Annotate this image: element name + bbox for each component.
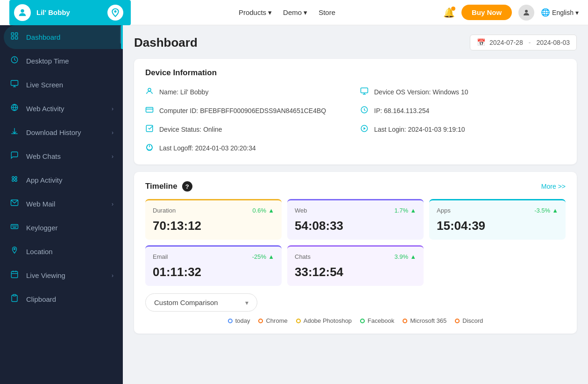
apps-icon xyxy=(9,175,20,185)
svg-point-0 xyxy=(21,9,24,12)
sidebar-item-download-history[interactable]: Download History › xyxy=(0,121,123,144)
sidebar-item-web-mail[interactable]: Web Mail › xyxy=(0,192,123,216)
keyboard-icon xyxy=(9,222,20,233)
sidebar-label-web-activity: Web Activity xyxy=(26,105,105,113)
svg-rect-3 xyxy=(11,33,14,35)
store-nav[interactable]: Store xyxy=(319,8,335,16)
help-icon[interactable]: ? xyxy=(182,181,192,192)
stat-email-value: 01:11:32 xyxy=(153,265,274,279)
stat-empty xyxy=(429,245,566,286)
stat-web: Web 1.7% ▲ 54:08:33 xyxy=(287,199,424,240)
sidebar-label-live-viewing: Live Viewing xyxy=(26,271,105,279)
chevron-right-icon: › xyxy=(112,129,113,136)
sidebar-label-download-history: Download History xyxy=(26,128,105,136)
stat-duration: Duration 0.6% ▲ 70:13:12 xyxy=(145,199,282,240)
svg-point-13 xyxy=(12,177,14,179)
person-icon xyxy=(145,87,155,97)
sidebar-label-location: Location xyxy=(26,248,113,256)
svg-rect-34 xyxy=(146,107,153,113)
legend-dot-facebook xyxy=(360,319,365,323)
sidebar: Dashboard Desktop Time Live Screen Web A… xyxy=(0,25,123,384)
svg-rect-18 xyxy=(11,225,18,229)
monitor-icon xyxy=(360,87,369,97)
location-icon xyxy=(9,246,20,257)
timeline-card: Timeline ? More >> Duration 0.6% ▲ 70:13… xyxy=(134,172,577,334)
last-login-item: Last Login: 2024-01-03 9:19:10 xyxy=(360,122,566,136)
svg-point-2 xyxy=(525,10,528,13)
stat-chats-pct: 3.9% ▲ xyxy=(394,253,416,260)
sidebar-item-app-activity[interactable]: App Activity xyxy=(0,168,123,192)
buy-now-button[interactable]: Buy Now xyxy=(461,5,512,20)
sidebar-item-clipboard[interactable]: Clipboard xyxy=(0,287,123,311)
device-status-value: Device Status: Online xyxy=(159,126,222,133)
dashboard-icon xyxy=(9,32,20,43)
sidebar-item-keylogger[interactable]: Keylogger xyxy=(0,216,123,240)
last-logoff-value: Last Logoff: 2024-01-03 20:20:34 xyxy=(159,144,256,152)
sidebar-item-web-chats[interactable]: Web Chats › xyxy=(0,144,123,168)
stat-apps-pct: -3.5% ▲ xyxy=(534,207,558,214)
clock-icon xyxy=(9,56,20,66)
legend-label-facebook: Facebook xyxy=(368,317,394,324)
legend-microsoft-365: Microsoft 365 xyxy=(403,317,446,324)
stat-email: Email -25% ▲ 01:11:32 xyxy=(145,245,282,286)
stat-apps-value: 15:04:39 xyxy=(437,219,558,233)
stat-duration-label: Duration xyxy=(153,207,176,214)
svg-rect-37 xyxy=(146,125,153,132)
device-status-item: Device Status: Online xyxy=(145,122,351,136)
svg-rect-29 xyxy=(13,295,16,296)
chevron-right-icon: › xyxy=(112,106,113,112)
svg-rect-8 xyxy=(11,80,18,85)
svg-rect-31 xyxy=(361,88,368,93)
play-icon xyxy=(360,124,369,135)
demo-nav[interactable]: Demo ▾ xyxy=(283,8,307,17)
notification-bell-icon[interactable]: 🔔 xyxy=(443,7,455,18)
legend-today: today xyxy=(228,317,250,324)
products-nav[interactable]: Products ▾ xyxy=(239,8,272,17)
stat-apps-label: Apps xyxy=(437,207,451,214)
svg-rect-6 xyxy=(15,37,18,39)
svg-point-14 xyxy=(15,177,17,179)
date-range-picker[interactable]: 📅 2024-07-28 - 2024-08-03 xyxy=(470,35,577,50)
svg-point-1 xyxy=(114,10,117,13)
date-end: 2024-08-03 xyxy=(536,39,570,46)
calendar-icon xyxy=(9,270,20,281)
legend-dot-discord xyxy=(455,319,460,323)
dashboard-header: Dashboard 📅 2024-07-28 - 2024-08-03 xyxy=(134,35,577,50)
stat-chats: Chats 3.9% ▲ 33:12:54 xyxy=(287,245,424,286)
monitor-icon xyxy=(9,79,20,90)
ip-icon xyxy=(360,106,369,116)
legend-discord: Discord xyxy=(455,317,483,324)
stat-chats-label: Chats xyxy=(295,253,311,260)
timeline-more-link[interactable]: More >> xyxy=(541,183,566,190)
sidebar-label-web-chats: Web Chats xyxy=(26,152,105,160)
id-icon xyxy=(145,106,155,116)
sidebar-item-live-viewing[interactable]: Live Viewing › xyxy=(0,263,123,287)
legend-adobe-photoshop: Adobe Photoshop xyxy=(296,317,352,324)
sidebar-item-dashboard[interactable]: Dashboard xyxy=(4,25,123,49)
chevron-down-icon: ▾ xyxy=(245,299,248,306)
sidebar-label-dashboard: Dashboard xyxy=(26,33,113,41)
chat-icon xyxy=(9,151,20,162)
chevron-right-icon: › xyxy=(112,272,113,279)
legend-label-chrome: Chrome xyxy=(266,317,287,324)
main-content: Dashboard 📅 2024-07-28 - 2024-08-03 Devi… xyxy=(123,25,588,384)
date-start: 2024-07-28 xyxy=(489,39,523,46)
svg-point-30 xyxy=(148,88,151,91)
legend-dot-chrome xyxy=(258,319,263,323)
sidebar-item-live-screen[interactable]: Live Screen xyxy=(0,73,123,97)
stat-duration-pct: 0.6% ▲ xyxy=(252,207,274,214)
svg-marker-39 xyxy=(364,127,366,130)
sidebar-item-desktop-time[interactable]: Desktop Time xyxy=(0,49,123,73)
language-selector[interactable]: 🌐 English ▾ xyxy=(541,8,579,17)
legend-dot-adobe xyxy=(296,319,301,323)
user-account-icon[interactable] xyxy=(518,5,534,21)
legend-chrome: Chrome xyxy=(258,317,287,324)
user-avatar xyxy=(14,4,31,21)
sidebar-item-web-activity[interactable]: Web Activity › xyxy=(0,97,123,121)
timeline-title-row: Timeline ? xyxy=(145,181,192,192)
ip-value: IP: 68.164.113.254 xyxy=(374,107,429,114)
spyic-logo-icon[interactable] xyxy=(107,5,123,21)
sidebar-item-location[interactable]: Location xyxy=(0,240,123,263)
brand-header: Lil' Bobby xyxy=(9,0,131,25)
custom-comparison-dropdown[interactable]: Custom Comparison ▾ xyxy=(145,293,257,312)
